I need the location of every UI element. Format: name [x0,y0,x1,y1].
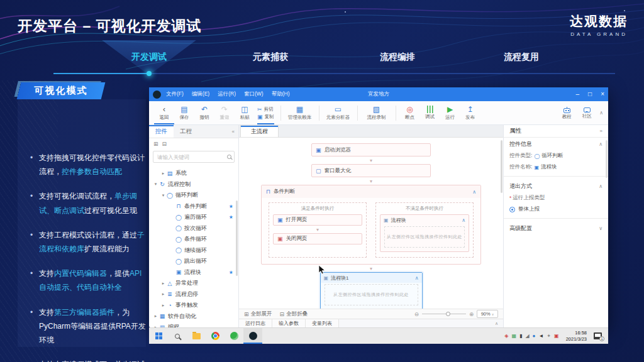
expander-icon[interactable]: ▸ [160,281,166,286]
expander-icon[interactable]: ▸ [160,171,166,176]
tree-item-system[interactable]: ▸▤系统 [149,168,238,179]
expander-icon[interactable]: ▸ [153,314,158,319]
expand-all-icon[interactable]: ⊞ [153,141,158,147]
zoom-out-icon[interactable]: ⊖ [414,311,419,317]
breakpoint-button[interactable]: ◎ 断点 [400,102,420,124]
node-close-page[interactable]: ▣关闭网页 [273,233,362,244]
search-input[interactable] [156,153,227,161]
cut-button[interactable]: ✂剪切 [257,106,274,112]
tree-item-flow-startstop[interactable]: ▸≣流程启停 [149,289,238,300]
tree-item-flow-block[interactable]: ▣流程块★ [149,267,238,278]
section-advanced-config[interactable]: 高级配置 ∨ [504,222,608,234]
slide-tab-flow-reuse[interactable]: 流程复用 [504,52,539,63]
collapse-all-button[interactable]: ⊟全部折叠 [280,310,308,318]
tab-run-log[interactable]: 运行日志 [239,319,272,327]
panel-collapse-icon[interactable]: « [232,125,238,138]
collapse-all-icon[interactable]: ⊟ [162,141,167,147]
start-button[interactable] [149,328,168,344]
node-flow-block[interactable]: ▣ 流程块 ∧ 从左侧控件区域拖拽操作控件到此处 [380,214,469,252]
collapse-chevron-icon[interactable]: ∧ [415,275,419,281]
zoom-slider-knob[interactable] [446,312,450,316]
publish-button[interactable]: ↥ 发布 [460,102,480,124]
node-maximize-window[interactable]: ▢窗口最大化 [311,164,431,177]
tree-item-exception[interactable]: ▸△异常处理 [149,278,238,289]
debug-button[interactable]: 调试 [420,102,440,124]
back-button[interactable]: ‹ 返回 [154,102,174,124]
node-flow-block-1-selected[interactable]: ▣ 流程块1 ∧ 从左侧控件区域拖拽操作控件到此处 [320,272,423,309]
tree-item-software-automation[interactable]: ▸▦软件自动化 [149,311,238,322]
notification-center-icon[interactable]: 1 [594,332,602,339]
tab-variable-list[interactable]: 变量列表 [306,319,339,327]
panel-collapse-icon[interactable]: » [600,128,602,134]
flow-record-button[interactable]: ▧ 流程录制 [362,102,392,124]
collapse-chevron-icon[interactable]: ∧ [472,189,476,195]
menu-run[interactable]: 运行(R) [218,90,236,98]
tray-bluetooth-icon[interactable]: ● [533,334,536,339]
node-condition-container[interactable]: ⊓ 条件判断 ∧ 满足条件时执行 ▣打开网页 ▾ ▣关闭网页 [261,185,481,265]
canvas-scrollbar[interactable] [501,140,502,193]
slide-tab-flow-orchestration[interactable]: 流程编排 [380,52,415,63]
tray-volume-icon[interactable]: ◄ [538,334,543,339]
tray-security-icon[interactable]: ▣ [554,334,559,339]
maximize-icon[interactable]: □ [588,91,592,97]
tree-item-event-trigger[interactable]: ▸◔事件触发 [149,300,238,311]
tree-item-while-loop[interactable]: ◯条件循环 [149,234,238,245]
section-control-info[interactable]: 控件信息 ∧ [504,138,608,150]
expand-all-button[interactable]: ⊞全部展开 [244,310,272,318]
radio-whole-report[interactable]: 整体上报 [504,204,608,215]
element-analyzer-button[interactable]: ▭ 元素分析器 [323,102,353,124]
menu-window[interactable]: 窗口(W) [244,90,264,98]
tab-input-params[interactable]: 输入参数 [272,319,306,327]
run-button[interactable]: ▶ 运行 [440,102,460,124]
tree-item-continue-loop[interactable]: ◯继续循环 [149,245,238,256]
tray-icon-2[interactable]: ▦ [511,334,516,339]
favorite-star-icon[interactable]: ★ [229,214,233,220]
tray-icon-3[interactable]: ▮ [519,334,522,339]
taskbar-clock[interactable]: 16:58 2021/3/23 [566,330,587,343]
taskbar-search-button[interactable] [168,328,187,344]
collapse-chevron-icon[interactable]: ∧ [462,217,465,223]
zoom-slider[interactable] [422,314,466,315]
expander-icon[interactable]: ▾ [153,182,158,187]
tab-project[interactable]: 工程 [174,125,198,138]
condition-header[interactable]: ⊓ 条件判断 ∧ [262,185,480,198]
community-button[interactable]: 社区 [577,102,597,124]
manage-deps-button[interactable]: ▦ 管理依赖库 [285,102,315,124]
undo-button[interactable]: ↶ 撤销 [194,102,214,124]
node-start-browser[interactable]: ▣启动浏览器 [311,143,431,156]
tree-item-programming[interactable]: ▸▥编程 [149,322,238,327]
expander-icon[interactable]: ▸ [160,303,166,308]
tab-controls[interactable]: 控件 [149,125,174,138]
copy-button[interactable]: ▣复制 [257,114,274,120]
flow-block-header[interactable]: ▣ 流程块1 ∧ [321,273,422,283]
expander-icon[interactable]: ▸ [160,292,166,297]
slide-tab-dev-debug[interactable]: 开发调试 [131,52,167,63]
zoom-level-select[interactable]: 90%∨ [477,310,498,318]
tutorial-button[interactable]: 教程 [557,102,577,124]
drop-zone[interactable]: 从左侧控件区域拖拽操作控件到此处 [325,284,418,305]
tray-icon-4[interactable]: ◢ [525,334,529,339]
menu-help[interactable]: 帮助(H) [272,90,290,98]
toolbar-collapse-icon[interactable]: ∧ [599,110,603,116]
tab-main-flow[interactable]: 主流程 [240,125,279,137]
tray-icon-1[interactable]: ◈ [504,334,508,339]
panel-expand-icon[interactable]: ∧ [495,319,503,327]
tree-item-loop-judge[interactable]: ▾◯循环判断 [149,190,238,201]
favorite-star-icon[interactable]: ★ [229,204,233,209]
favorite-star-icon[interactable]: ★ [229,270,233,275]
tree-item-condition[interactable]: ⊓条件判断★ [149,201,238,212]
left-panel-scrollbar[interactable] [236,200,238,276]
radio-selected-icon[interactable] [509,207,515,212]
flow-block-header[interactable]: ▣ 流程块 ∧ [380,215,469,225]
slide-tab-element-capture[interactable]: 元素捕获 [253,52,288,63]
section-exit-mode[interactable]: 退出方式 ∧ [504,180,608,192]
search-icon[interactable] [227,155,231,159]
tree-item-foreach-loop[interactable]: ◯遍历循环★ [149,212,238,223]
file-explorer-button[interactable] [187,328,206,344]
menu-edit[interactable]: 编辑(E) [192,90,209,98]
node-open-page[interactable]: ▣打开网页 [273,214,362,226]
redo-button[interactable]: ↷ 重做 [214,102,235,124]
rpa-studio-taskbar-button[interactable] [243,328,262,344]
zoom-in-icon[interactable]: ⊕ [469,311,474,317]
save-button[interactable]: ▤ 保存 [174,102,194,124]
